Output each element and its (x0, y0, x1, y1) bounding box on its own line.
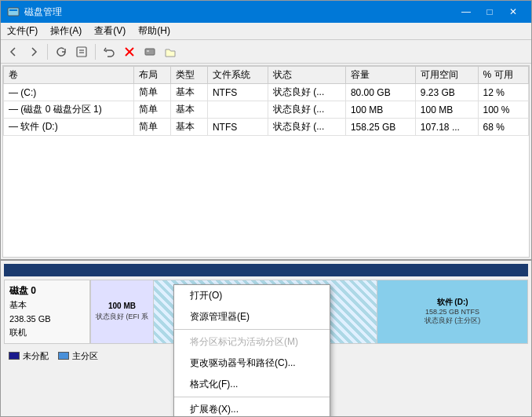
main-content: 卷 布局 类型 文件系统 状态 容量 可用空间 % 可用 — (C:)简单基本N… (1, 64, 531, 416)
disk-button[interactable] (140, 42, 159, 61)
refresh-button[interactable] (52, 42, 71, 61)
menu-action[interactable]: 操作(A) (44, 23, 88, 39)
context-menu-item[interactable]: 资源管理器(E) (174, 306, 330, 327)
title-bar: 磁盘管理 — □ ✕ (1, 1, 531, 23)
col-header-vol: 卷 (4, 67, 134, 84)
disk-name: 磁盘 0 (9, 283, 85, 298)
volume-panel: 卷 布局 类型 文件系统 状态 容量 可用空间 % 可用 — (C:)简单基本N… (2, 65, 530, 258)
context-menu-item[interactable]: 扩展卷(X)... (174, 399, 330, 416)
efi-segment[interactable]: 100 MB 状态良好 (EFI 系 (91, 280, 154, 343)
context-menu-item[interactable]: 打开(O) (174, 285, 330, 306)
legend-unallocated: 未分配 (9, 350, 49, 362)
legend-unallocated-box (9, 352, 20, 360)
col-header-pct: % 可用 (478, 67, 529, 84)
close-button[interactable]: ✕ (501, 1, 525, 23)
minimize-button[interactable]: — (454, 1, 478, 23)
col-header-layout: 布局 (134, 67, 171, 84)
disk-type: 基本 (9, 298, 85, 313)
back-icon (7, 46, 20, 58)
table-row[interactable]: — (C:)简单基本NTFS状态良好 (...80.00 GB9.23 GB12… (4, 84, 529, 101)
col-header-free: 可用空间 (415, 67, 478, 84)
disk-status: 联机 (9, 326, 85, 340)
context-menu-separator (174, 329, 330, 330)
software-name: 软件 (D:) (437, 297, 468, 308)
maximize-button[interactable]: □ (478, 1, 501, 23)
toolbar-separator-2 (95, 44, 96, 60)
context-menu-item[interactable]: 更改驱动器号和路径(C)... (174, 353, 330, 374)
undo-icon (103, 46, 115, 58)
disk-header-bar (4, 264, 528, 276)
table-header-row: 卷 布局 类型 文件系统 状态 容量 可用空间 % 可用 (4, 67, 529, 84)
properties-button[interactable] (72, 42, 91, 61)
software-size: 158.25 GB NTFS (425, 308, 479, 316)
menu-file[interactable]: 文件(F) (1, 23, 44, 39)
legend-primary: 主分区 (58, 350, 98, 362)
volume-table: 卷 布局 类型 文件系统 状态 容量 可用空间 % 可用 — (C:)简单基本N… (3, 66, 529, 136)
efi-size: 100 MB (108, 301, 136, 312)
col-header-status: 状态 (268, 67, 345, 84)
window-title: 磁盘管理 (24, 5, 62, 19)
disk-icon (144, 46, 156, 58)
disk-panel: 磁盘 0 基本 238.35 GB 联机 100 MB 状态良好 (EFI 系 … (1, 259, 531, 416)
context-menu: 打开(O)资源管理器(E)将分区标记为活动分区(M)更改驱动器号和路径(C)..… (173, 284, 330, 416)
svg-rect-7 (145, 49, 155, 55)
menu-help[interactable]: 帮助(H) (132, 23, 177, 39)
undo-button[interactable] (100, 42, 118, 61)
window-icon (7, 5, 20, 18)
context-menu-separator (174, 397, 330, 397)
context-menu-item[interactable]: 格式化(F)... (174, 374, 330, 395)
col-header-type: 类型 (171, 67, 208, 84)
menu-bar: 文件(F) 操作(A) 查看(V) 帮助(H) (1, 23, 531, 40)
software-segment[interactable]: 软件 (D:) 158.25 GB NTFS 状态良好 (主分区) (377, 280, 527, 343)
forward-icon (27, 46, 40, 58)
folder-icon (164, 46, 177, 58)
efi-status: 状态良好 (EFI 系 (96, 312, 148, 322)
menu-view[interactable]: 查看(V) (88, 23, 132, 39)
svg-rect-0 (8, 8, 19, 16)
legend-unallocated-label: 未分配 (23, 350, 49, 362)
cancel-button[interactable] (120, 42, 139, 61)
col-header-cap: 容量 (345, 67, 415, 84)
legend-primary-box (58, 352, 69, 360)
folder-button[interactable] (161, 42, 180, 61)
table-row[interactable]: — (磁盘 0 磁盘分区 1)简单基本状态良好 (...100 MB100 MB… (4, 101, 529, 119)
toolbar-separator-1 (47, 44, 48, 60)
toolbar (1, 40, 531, 64)
svg-rect-2 (77, 47, 86, 57)
window-controls: — □ ✕ (454, 1, 525, 23)
legend-primary-label: 主分区 (72, 350, 98, 362)
svg-rect-1 (9, 9, 17, 11)
context-menu-item: 将分区标记为活动分区(M) (174, 331, 330, 353)
table-row[interactable]: — 软件 (D:)简单基本NTFS状态良好 (...158.25 GB107.1… (4, 119, 529, 136)
disk-info: 磁盘 0 基本 238.35 GB 联机 (4, 280, 90, 344)
col-header-fs: 文件系统 (207, 67, 268, 84)
cancel-icon (123, 46, 136, 58)
main-window: 磁盘管理 — □ ✕ 文件(F) 操作(A) 查看(V) 帮助(H) (0, 0, 532, 417)
back-button[interactable] (4, 42, 23, 61)
refresh-icon (55, 46, 67, 58)
forward-button[interactable] (24, 42, 43, 61)
properties-icon (75, 46, 88, 58)
svg-rect-8 (147, 50, 149, 52)
disk-size: 238.35 GB (9, 313, 85, 327)
software-status: 状态良好 (主分区) (425, 316, 481, 326)
